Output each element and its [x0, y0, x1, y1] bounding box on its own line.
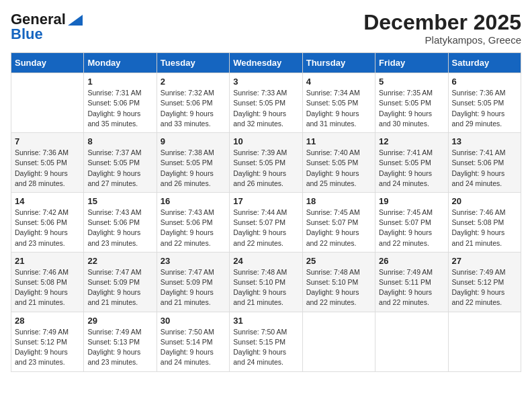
calendar-cell: 29Sunrise: 7:49 AMSunset: 5:13 PMDayligh… — [84, 312, 157, 371]
day-info: Sunrise: 7:46 AMSunset: 5:08 PMDaylight:… — [452, 208, 517, 248]
day-info: Sunrise: 7:50 AMSunset: 5:14 PMDaylight:… — [161, 327, 226, 368]
day-info: Sunrise: 7:41 AMSunset: 5:05 PMDaylight:… — [379, 148, 444, 189]
calendar-cell: 26Sunrise: 7:49 AMSunset: 5:11 PMDayligh… — [375, 252, 448, 312]
calendar-cell: 21Sunrise: 7:46 AMSunset: 5:08 PMDayligh… — [11, 252, 84, 312]
day-info: Sunrise: 7:47 AMSunset: 5:09 PMDaylight:… — [87, 267, 152, 308]
day-number: 23 — [161, 256, 226, 266]
calendar-week-1: 1Sunrise: 7:31 AMSunset: 5:06 PMDaylight… — [11, 73, 521, 133]
header-monday: Monday — [84, 53, 157, 73]
header-thursday: Thursday — [302, 53, 375, 73]
month-title: December 2025 — [363, 11, 521, 34]
calendar-cell: 7Sunrise: 7:36 AMSunset: 5:05 PMDaylight… — [11, 133, 84, 193]
day-number: 21 — [15, 256, 80, 266]
day-number: 10 — [233, 136, 298, 146]
day-number: 16 — [161, 196, 226, 206]
calendar-cell: 6Sunrise: 7:36 AMSunset: 5:05 PMDaylight… — [448, 73, 521, 133]
day-number: 19 — [379, 196, 444, 206]
day-info: Sunrise: 7:49 AMSunset: 5:12 PMDaylight:… — [15, 327, 80, 368]
logo: General Blue — [11, 11, 83, 43]
day-number: 9 — [161, 136, 226, 146]
day-info: Sunrise: 7:49 AMSunset: 5:13 PMDaylight:… — [87, 327, 152, 368]
day-info: Sunrise: 7:34 AMSunset: 5:05 PMDaylight:… — [306, 88, 371, 129]
day-info: Sunrise: 7:32 AMSunset: 5:06 PMDaylight:… — [161, 88, 226, 129]
day-number: 1 — [87, 77, 152, 87]
calendar-cell: 25Sunrise: 7:48 AMSunset: 5:10 PMDayligh… — [302, 252, 375, 312]
day-info: Sunrise: 7:33 AMSunset: 5:05 PMDaylight:… — [233, 88, 298, 129]
calendar-cell: 16Sunrise: 7:43 AMSunset: 5:06 PMDayligh… — [157, 192, 229, 252]
calendar-cell: 11Sunrise: 7:40 AMSunset: 5:05 PMDayligh… — [302, 133, 375, 193]
calendar-cell: 18Sunrise: 7:45 AMSunset: 5:07 PMDayligh… — [302, 192, 375, 252]
day-number: 31 — [233, 316, 298, 326]
calendar-cell: 14Sunrise: 7:42 AMSunset: 5:06 PMDayligh… — [11, 192, 84, 252]
calendar-cell: 24Sunrise: 7:48 AMSunset: 5:10 PMDayligh… — [230, 252, 302, 312]
header-tuesday: Tuesday — [157, 53, 229, 73]
calendar-header-row: SundayMondayTuesdayWednesdayThursdayFrid… — [11, 53, 521, 73]
calendar-cell: 1Sunrise: 7:31 AMSunset: 5:06 PMDaylight… — [84, 73, 157, 133]
header-friday: Friday — [375, 53, 448, 73]
calendar-cell: 8Sunrise: 7:37 AMSunset: 5:05 PMDaylight… — [84, 133, 157, 193]
day-info: Sunrise: 7:36 AMSunset: 5:05 PMDaylight:… — [452, 88, 517, 129]
calendar-cell: 10Sunrise: 7:39 AMSunset: 5:05 PMDayligh… — [230, 133, 302, 193]
calendar-cell: 2Sunrise: 7:32 AMSunset: 5:06 PMDaylight… — [157, 73, 229, 133]
calendar-cell: 31Sunrise: 7:50 AMSunset: 5:15 PMDayligh… — [230, 312, 302, 371]
day-info: Sunrise: 7:48 AMSunset: 5:10 PMDaylight:… — [233, 267, 298, 308]
header-wednesday: Wednesday — [230, 53, 302, 73]
calendar-cell: 12Sunrise: 7:41 AMSunset: 5:05 PMDayligh… — [375, 133, 448, 193]
day-number: 17 — [233, 196, 298, 206]
day-info: Sunrise: 7:48 AMSunset: 5:10 PMDaylight:… — [306, 267, 371, 308]
day-info: Sunrise: 7:42 AMSunset: 5:06 PMDaylight:… — [15, 208, 80, 248]
calendar-cell: 28Sunrise: 7:49 AMSunset: 5:12 PMDayligh… — [11, 312, 84, 371]
calendar-cell: 27Sunrise: 7:49 AMSunset: 5:12 PMDayligh… — [448, 252, 521, 312]
logo-icon — [68, 15, 83, 26]
day-number: 4 — [306, 77, 371, 87]
day-number: 22 — [87, 256, 152, 266]
day-info: Sunrise: 7:37 AMSunset: 5:05 PMDaylight:… — [87, 148, 152, 189]
header-saturday: Saturday — [448, 53, 521, 73]
calendar-week-5: 28Sunrise: 7:49 AMSunset: 5:12 PMDayligh… — [11, 312, 521, 371]
calendar-cell — [375, 312, 448, 371]
day-number: 7 — [15, 136, 80, 146]
calendar-cell: 9Sunrise: 7:38 AMSunset: 5:05 PMDaylight… — [157, 133, 229, 193]
title-block: December 2025 Platykampos, Greece — [363, 11, 521, 46]
day-number: 15 — [87, 196, 152, 206]
day-number: 30 — [161, 316, 226, 326]
day-info: Sunrise: 7:36 AMSunset: 5:05 PMDaylight:… — [15, 148, 80, 189]
calendar-cell: 3Sunrise: 7:33 AMSunset: 5:05 PMDaylight… — [230, 73, 302, 133]
day-info: Sunrise: 7:50 AMSunset: 5:15 PMDaylight:… — [233, 327, 298, 368]
day-info: Sunrise: 7:31 AMSunset: 5:06 PMDaylight:… — [87, 88, 152, 129]
calendar-cell: 19Sunrise: 7:45 AMSunset: 5:07 PMDayligh… — [375, 192, 448, 252]
day-info: Sunrise: 7:41 AMSunset: 5:06 PMDaylight:… — [452, 148, 517, 189]
day-number: 13 — [452, 136, 517, 146]
day-number: 28 — [15, 316, 80, 326]
calendar-cell — [302, 312, 375, 371]
day-info: Sunrise: 7:43 AMSunset: 5:06 PMDaylight:… — [161, 208, 226, 248]
day-info: Sunrise: 7:35 AMSunset: 5:05 PMDaylight:… — [379, 88, 444, 129]
day-number: 8 — [87, 136, 152, 146]
day-number: 25 — [306, 256, 371, 266]
day-number: 26 — [379, 256, 444, 266]
day-number: 14 — [15, 196, 80, 206]
header-sunday: Sunday — [11, 53, 84, 73]
day-number: 6 — [452, 77, 517, 87]
day-info: Sunrise: 7:43 AMSunset: 5:06 PMDaylight:… — [87, 208, 152, 248]
calendar-cell: 22Sunrise: 7:47 AMSunset: 5:09 PMDayligh… — [84, 252, 157, 312]
day-info: Sunrise: 7:45 AMSunset: 5:07 PMDaylight:… — [379, 208, 444, 248]
calendar-cell — [11, 73, 84, 133]
svg-marker-0 — [68, 15, 83, 26]
calendar-cell: 5Sunrise: 7:35 AMSunset: 5:05 PMDaylight… — [375, 73, 448, 133]
calendar-cell: 20Sunrise: 7:46 AMSunset: 5:08 PMDayligh… — [448, 192, 521, 252]
day-info: Sunrise: 7:49 AMSunset: 5:11 PMDaylight:… — [379, 267, 444, 308]
day-number: 18 — [306, 196, 371, 206]
page-header: General Blue December 2025 Platykampos, … — [11, 11, 521, 46]
logo-blue: Blue — [11, 26, 43, 43]
location: Platykampos, Greece — [363, 34, 521, 46]
day-number: 27 — [452, 256, 517, 266]
day-info: Sunrise: 7:47 AMSunset: 5:09 PMDaylight:… — [161, 267, 226, 308]
calendar-week-2: 7Sunrise: 7:36 AMSunset: 5:05 PMDaylight… — [11, 133, 521, 193]
day-info: Sunrise: 7:44 AMSunset: 5:07 PMDaylight:… — [233, 208, 298, 248]
day-number: 20 — [452, 196, 517, 206]
calendar-cell: 30Sunrise: 7:50 AMSunset: 5:14 PMDayligh… — [157, 312, 229, 371]
day-info: Sunrise: 7:38 AMSunset: 5:05 PMDaylight:… — [161, 148, 226, 189]
day-info: Sunrise: 7:46 AMSunset: 5:08 PMDaylight:… — [15, 267, 80, 308]
calendar-cell: 15Sunrise: 7:43 AMSunset: 5:06 PMDayligh… — [84, 192, 157, 252]
